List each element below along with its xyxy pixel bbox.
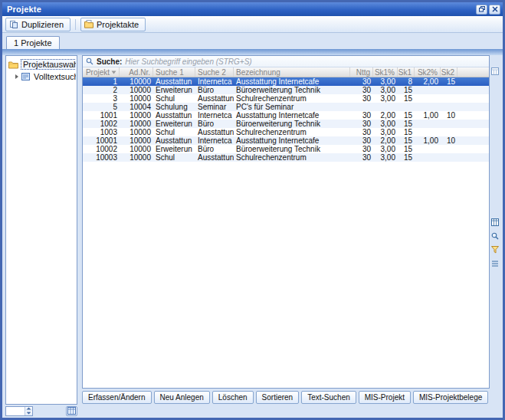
mis-projektbelege-button[interactable]: MIS-Projektbelege xyxy=(413,391,488,404)
table-row[interactable]: 1000210000ErweiterunBüroBüroerweiterung … xyxy=(83,145,489,153)
sortieren-button[interactable]: Sortieren xyxy=(256,391,300,404)
cell-sk2 xyxy=(441,86,457,94)
column-chooser-icon xyxy=(491,67,499,75)
cell-sk1p: 3,00 xyxy=(373,86,398,94)
column-header-sk2[interactable]: Sk2 xyxy=(441,67,457,77)
spinner-down-button[interactable] xyxy=(25,411,32,415)
cell-projekt: 5 xyxy=(83,103,120,111)
table-row[interactable]: 310000SchulAusstattunSchulrechenzentrum3… xyxy=(83,94,489,103)
sidebar-item-projektauswahl[interactable]: Projektauswahl xyxy=(7,58,76,71)
duplizieren-label: Duplizieren xyxy=(21,20,64,29)
column-chooser-button[interactable] xyxy=(490,67,500,76)
cell-sk2p: 1,00 xyxy=(415,111,441,120)
row-filler xyxy=(457,120,489,128)
cell-nttg: 30 xyxy=(350,94,373,103)
loeschen-button[interactable]: Löschen xyxy=(212,391,254,404)
cell-sk2p xyxy=(415,94,441,103)
cell-bezeichnung: Schulrechenzentrum xyxy=(234,94,350,103)
close-button[interactable] xyxy=(489,5,500,15)
table-row[interactable]: 1000310000SchulAusstattunSchulrechenzent… xyxy=(83,153,489,162)
sidebar-item-volltextsuche[interactable]: Volltextsuche xyxy=(7,71,76,83)
list-icon xyxy=(491,260,499,267)
record-number-input[interactable] xyxy=(6,407,25,415)
column-header-suche1[interactable]: Suche 1 xyxy=(153,67,195,77)
table-row[interactable]: 110000AusstattunInternetcaAusstattung In… xyxy=(83,77,489,86)
column-header-label: Ad.Nr. xyxy=(129,68,150,77)
column-header-sk2p[interactable]: Sk2% xyxy=(415,67,441,77)
cell-bezeichnung: Schulrechenzentrum xyxy=(234,128,350,136)
row-filler xyxy=(457,77,489,86)
search-icon xyxy=(86,57,93,65)
cell-bezeichnung: Schulrechenzentrum xyxy=(234,153,350,162)
zoom-tool-button[interactable] xyxy=(490,231,500,241)
table-row[interactable]: 100110000AusstattunInternetcaAusstattung… xyxy=(83,111,489,120)
cell-nttg: 30 xyxy=(350,128,373,136)
table-row[interactable]: 100210000ErweiterunBüroBüroerweiterung T… xyxy=(83,120,489,128)
table-row[interactable]: 210000ErweiterunBüroBüroerweiterung Tech… xyxy=(83,86,489,94)
fulltext-icon xyxy=(21,73,30,80)
table-tool-button[interactable] xyxy=(490,218,500,227)
column-header-label: Sk1 xyxy=(398,68,412,77)
tab-projekte[interactable]: 1 Projekte xyxy=(6,36,60,49)
grid-small-icon xyxy=(67,407,76,415)
cell-bezeichnung: PC's für Seminar xyxy=(234,103,350,111)
cell-sk1p: 2,00 xyxy=(373,136,398,145)
cell-sk1p: 3,00 xyxy=(373,77,398,86)
cell-sk2p xyxy=(415,128,441,136)
sidebar-footer xyxy=(5,405,77,416)
cell-bezeichnung: Ausstattung Internetcafe xyxy=(234,111,350,120)
cell-adnr: 10000 xyxy=(120,86,153,94)
cell-sk1: 15 xyxy=(398,153,415,162)
cell-nttg: 30 xyxy=(350,120,373,128)
neu-anlegen-button[interactable]: Neu Anlegen xyxy=(154,391,210,404)
table-row[interactable]: 1000110000AusstattunInternetcaAusstattun… xyxy=(83,136,489,145)
sidebar-item-label: Volltextsuche xyxy=(32,72,76,81)
cell-projekt: 10001 xyxy=(83,136,120,145)
cell-sk1: 15 xyxy=(398,120,415,128)
cell-sk2 xyxy=(441,103,457,111)
cell-suche1: Ausstattun xyxy=(153,136,195,145)
column-header-sk1p[interactable]: Sk1% xyxy=(373,67,398,77)
cell-suche1: Ausstattun xyxy=(153,111,195,120)
duplizieren-button[interactable]: Duplizieren xyxy=(5,18,71,31)
column-header-label: Sk2% xyxy=(418,68,438,77)
cell-sk1: 15 xyxy=(398,145,415,153)
column-header-adnr[interactable]: Ad.Nr. xyxy=(120,67,153,77)
table-row[interactable]: 510004SchulungSeminarPC's für Seminar xyxy=(83,103,489,111)
cell-sk2p xyxy=(415,120,441,128)
column-header-projekt[interactable]: Projekt xyxy=(83,67,120,77)
restore-icon xyxy=(479,6,485,12)
cell-suche2: Büro xyxy=(195,145,234,153)
cell-projekt: 3 xyxy=(83,94,120,103)
cell-projekt: 1 xyxy=(83,77,120,86)
column-header-nttg[interactable]: Nttg xyxy=(350,67,373,77)
folder-icon xyxy=(8,61,18,69)
cell-sk1p xyxy=(373,103,398,111)
projektakte-button[interactable]: Projektakte xyxy=(80,18,146,31)
filter-tool-button[interactable] xyxy=(490,245,500,254)
titlebar: Projekte xyxy=(2,2,503,16)
cell-suche2: Seminar xyxy=(195,103,234,111)
mis-projekt-button[interactable]: MIS-Projekt xyxy=(359,391,411,404)
column-header-label: Projekt xyxy=(86,68,110,77)
sidebar-item-label: Projektauswahl xyxy=(21,59,76,70)
toolbar: DuplizierenProjektakte xyxy=(2,16,503,33)
grid-view-button[interactable] xyxy=(66,406,77,416)
cell-sk1: 15 xyxy=(398,128,415,136)
column-header-bezeichnung[interactable]: Bezeichnung xyxy=(234,67,350,77)
cell-adnr: 10000 xyxy=(120,145,153,153)
column-header-suche2[interactable]: Suche 2 xyxy=(195,67,234,77)
text-suchen-button[interactable]: Text-Suchen xyxy=(301,391,356,404)
restore-button[interactable] xyxy=(476,5,487,15)
list-tool-button[interactable] xyxy=(490,259,500,268)
cell-sk2: 15 xyxy=(441,77,457,86)
grid-panel: Suche: ProjektAd.Nr.Suche 1Suche 2Bezeic… xyxy=(82,55,490,389)
search-input[interactable] xyxy=(125,57,486,67)
row-filler xyxy=(457,103,489,111)
cell-sk2 xyxy=(441,145,457,153)
cell-sk2p xyxy=(415,145,441,153)
table-row[interactable]: 100310000SchulAusstattunSchulrechenzentr… xyxy=(83,128,489,136)
erfassen-aendern-button[interactable]: Erfassen/Ändern xyxy=(82,391,152,404)
column-header-sk1[interactable]: Sk1 xyxy=(398,67,415,77)
cell-bezeichnung: Büroerweiterung Technik xyxy=(234,86,350,94)
